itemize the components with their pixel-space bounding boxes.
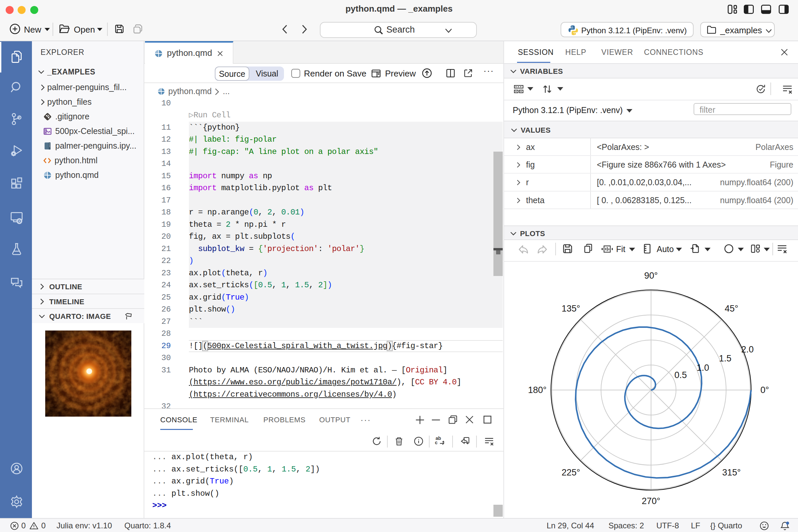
svg-text:315°: 315°: [722, 468, 741, 477]
svg-text:180°: 180°: [528, 385, 547, 395]
svg-text:45°: 45°: [725, 304, 739, 314]
svg-text:0°: 0°: [760, 385, 769, 395]
svg-text:0.5: 0.5: [674, 370, 687, 380]
svg-text:1.5: 1.5: [719, 354, 732, 363]
svg-text:270°: 270°: [642, 496, 660, 506]
svg-text:135°: 135°: [562, 304, 580, 314]
svg-text:225°: 225°: [562, 468, 580, 477]
svg-text:90°: 90°: [644, 271, 658, 281]
svg-text:1.0: 1.0: [697, 363, 709, 373]
svg-text:2.0: 2.0: [741, 344, 754, 355]
svg-text:c: c: [435, 440, 438, 445]
